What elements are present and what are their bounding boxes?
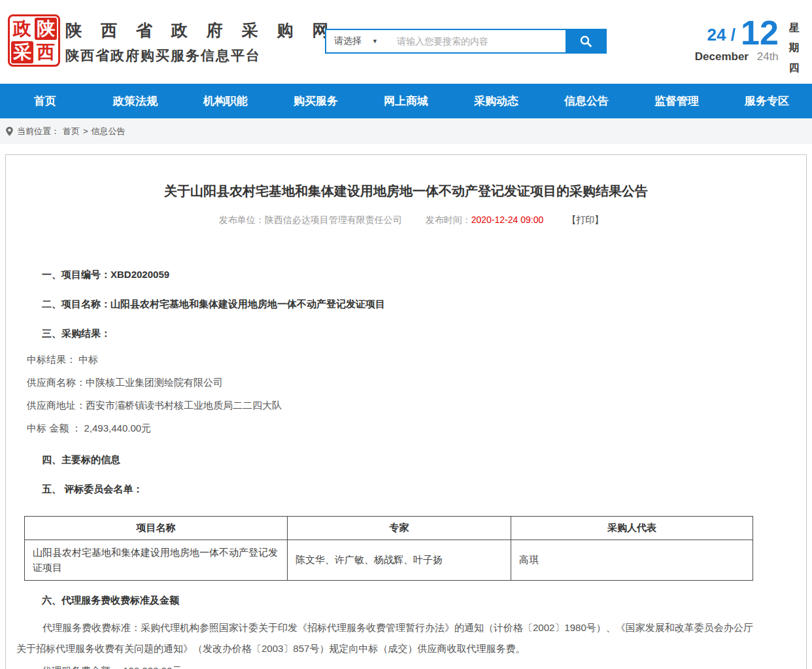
nav-item-home[interactable]: 首页 bbox=[0, 84, 90, 118]
breadcrumb-separator: > bbox=[83, 126, 88, 136]
nav-item-mall[interactable]: 网上商城 bbox=[361, 84, 451, 118]
section-procurement-result: 三、采购结果： bbox=[42, 319, 806, 349]
supplier-name-line: 供应商名称：中陕核工业集团测绘院有限公司 bbox=[27, 371, 806, 394]
table-row: 山阳县农村宅基地和集体建设用地房地一体不动产登记发证项目 陈文华、许广敏、杨战辉… bbox=[25, 540, 753, 581]
logo-char: 采 bbox=[11, 41, 33, 63]
bid-amount-line: 中标 金额 ： 2,493,440.00元 bbox=[27, 417, 806, 440]
section-main-subject-info: 四、主要标的信息 bbox=[42, 445, 806, 475]
publish-time: 发布时间：2020-12-24 09:00 bbox=[426, 214, 544, 225]
nav-item-purchase[interactable]: 购买服务 bbox=[271, 84, 361, 118]
publish-time-label: 发布时间： bbox=[426, 214, 471, 225]
article-body: 一、项目编号：XBD2020059 二、项目名称：山阳县农村宅基地和集体建设用地… bbox=[6, 260, 806, 669]
cell-project-name: 山阳县农村宅基地和集体建设用地房地一体不动产登记发证项目 bbox=[25, 540, 288, 581]
search-icon bbox=[579, 35, 592, 48]
date-block: 24 / 12 December 24th bbox=[695, 17, 779, 78]
section-agency-fee: 六、代理服务费收费标准及金额 bbox=[42, 586, 806, 607]
site-title: 陕 西 省 政 府 采 购 网 bbox=[65, 20, 336, 41]
table-header-purchaser-rep: 采购人代表 bbox=[511, 517, 753, 540]
nav-item-notices[interactable]: 信息公告 bbox=[541, 84, 632, 118]
article-meta: 发布单位：陕西信必达项目管理有限责任公司 发布时间：2020-12-24 09:… bbox=[6, 214, 806, 226]
date-day: 24 / bbox=[707, 25, 736, 49]
search-bar: 请选择 ▼ bbox=[325, 29, 607, 54]
search-input[interactable] bbox=[392, 30, 566, 52]
site-subtitle: 陕西省政府购买服务信息平台 bbox=[65, 46, 336, 65]
logo-char: 西 bbox=[35, 41, 57, 63]
cell-purchaser-rep: 高琪 bbox=[511, 540, 753, 581]
logo-char: 政 bbox=[11, 18, 33, 40]
bid-result-line: 中标结果： 中标 bbox=[27, 349, 806, 371]
search-category-select[interactable]: 请选择 ▼ bbox=[326, 30, 392, 52]
breadcrumb-current[interactable]: 信息公告 bbox=[92, 126, 126, 137]
location-pin-icon bbox=[5, 126, 14, 137]
print-button[interactable]: 【打印】 bbox=[567, 214, 603, 225]
main-nav: 首页 政策法规 机构职能 购买服务 网上商城 采购动态 信息公告 监督管理 服务… bbox=[0, 84, 812, 118]
table-header-experts: 专家 bbox=[288, 517, 511, 540]
search-button[interactable] bbox=[566, 30, 605, 52]
table-header-project-name: 项目名称 bbox=[25, 517, 288, 540]
table-header-row: 项目名称 专家 采购人代表 bbox=[25, 517, 753, 540]
agency-fee-paragraph: 代理服务费收费标准：采购代理机构参照国家计委关于印发《招标代理服务收费管理暂行办… bbox=[16, 617, 754, 660]
breadcrumb-prefix: 当前位置： bbox=[17, 126, 59, 137]
site-titles: 陕 西 省 政 府 采 购 网 陕西省政府购买服务信息平台 bbox=[65, 20, 336, 65]
date-weekday: 星期四 bbox=[789, 17, 802, 78]
committee-table: 项目名称 专家 采购人代表 山阳县农村宅基地和集体建设用地房地一体不动产登记发证… bbox=[24, 516, 753, 581]
nav-item-policies[interactable]: 政策法规 bbox=[90, 84, 180, 118]
nav-item-supervision[interactable]: 监督管理 bbox=[632, 84, 722, 118]
section-project-name: 二、项目名称：山阳县农村宅基地和集体建设用地房地一体不动产登记发证项目 bbox=[42, 290, 806, 319]
publisher-label: 发布单位：陕西信必达项目管理有限责任公司 bbox=[219, 214, 402, 225]
date-month-name: December bbox=[695, 50, 749, 63]
site-header: 政 陕 采 西 陕 西 省 政 府 采 购 网 陕西省政府购买服务信息平台 请选… bbox=[0, 0, 812, 84]
date-month-number: 12 bbox=[741, 17, 779, 49]
logo-char: 陕 bbox=[35, 18, 57, 40]
nav-item-news[interactable]: 采购动态 bbox=[451, 84, 541, 118]
agency-fee-amount-line: 代理服务费金额： 106,238.00元 bbox=[42, 660, 806, 669]
breadcrumb: 当前位置： 首页 > 信息公告 bbox=[0, 118, 812, 144]
publish-time-value: 2020-12-24 09:00 bbox=[471, 214, 544, 225]
nav-item-functions[interactable]: 机构职能 bbox=[180, 84, 271, 118]
site-logo: 政 陕 采 西 bbox=[8, 14, 60, 67]
search-select-label: 请选择 bbox=[334, 35, 362, 47]
article-title: 关于山阳县农村宅基地和集体建设用地房地一体不动产登记发证项目的采购结果公告 bbox=[6, 182, 806, 200]
section-project-number: 一、项目编号：XBD2020059 bbox=[42, 260, 806, 290]
date-ordinal: 24th bbox=[757, 50, 779, 63]
date-widget: 24 / 12 December 24th 星期四 bbox=[695, 17, 802, 78]
nav-item-services[interactable]: 服务专区 bbox=[722, 84, 812, 118]
content-panel: 关于山阳县农村宅基地和集体建设用地房地一体不动产登记发证项目的采购结果公告 发布… bbox=[5, 154, 807, 669]
section-committee-list: 五、 评标委员会名单： bbox=[42, 475, 806, 504]
chevron-down-icon: ▼ bbox=[372, 38, 378, 44]
breadcrumb-home-link[interactable]: 首页 bbox=[63, 126, 80, 137]
cell-experts: 陈文华、许广敏、杨战辉、叶子扬 bbox=[288, 540, 511, 581]
supplier-address-line: 供应商地址：西安市灞桥镇读书村核工业地质局二二四大队 bbox=[27, 394, 806, 417]
